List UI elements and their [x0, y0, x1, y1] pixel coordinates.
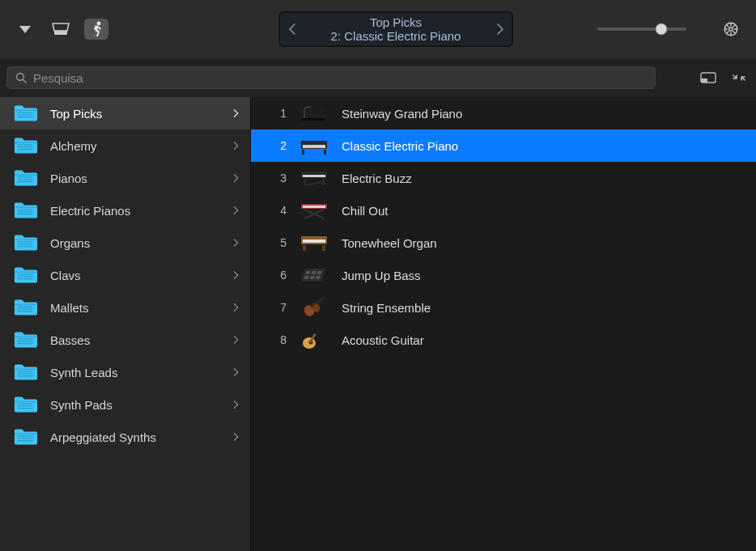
preset-label: Chill Out: [342, 204, 389, 218]
preset-index: 2: [251, 139, 287, 152]
preset-index: 8: [251, 333, 287, 346]
preset-index: 5: [251, 236, 287, 249]
sidebar-item-arpeggiated-synths[interactable]: Arpeggiated Synths: [0, 421, 250, 453]
preset-item-tonewheel-organ[interactable]: 5Tonewheel Organ: [251, 227, 756, 259]
running-figure-icon[interactable]: [84, 19, 108, 40]
svg-line-8: [727, 25, 728, 27]
sidebar-item-label: Alchemy: [50, 139, 221, 153]
search-row: [0, 58, 756, 97]
chevron-right-icon: [232, 303, 240, 312]
display-line-1: Top Picks: [304, 15, 488, 29]
slider-thumb[interactable]: [656, 23, 668, 36]
chevron-right-icon: [232, 109, 240, 117]
guitar-icon: [298, 328, 330, 351]
chevron-right-icon: [232, 174, 240, 182]
category-sidebar: Top PicksAlchemyPianosElectric PianosOrg…: [0, 97, 251, 551]
chevron-right-icon: [232, 239, 240, 247]
preset-list: 1Steinway Grand Piano2Classic Electric P…: [251, 97, 756, 551]
chevron-right-icon: [232, 401, 240, 409]
sidebar-item-basses[interactable]: Basses: [0, 324, 250, 356]
preset-item-acoustic-guitar[interactable]: 8Acoustic Guitar: [251, 324, 756, 356]
folder-icon: [13, 233, 39, 252]
preset-label: Jump Up Bass: [342, 269, 421, 282]
sidebar-item-label: Organs: [50, 236, 221, 250]
folder-icon: [13, 298, 39, 317]
folder-icon: [13, 265, 39, 285]
preset-label: Acoustic Guitar: [342, 333, 424, 347]
sidebar-item-mallets[interactable]: Mallets: [0, 291, 250, 324]
sidebar-item-electric-pianos[interactable]: Electric Pianos: [0, 194, 250, 227]
sidebar-item-top-picks[interactable]: Top Picks: [0, 97, 250, 129]
preset-label: String Ensemble: [342, 301, 431, 315]
search-field[interactable]: [6, 66, 656, 89]
display-line-2: 2: Classic Electric Piano: [304, 29, 488, 43]
folder-icon: [13, 168, 39, 188]
lcd-display: Top Picks 2: Classic Electric Piano: [278, 11, 513, 47]
preset-item-steinway-grand-piano[interactable]: 1Steinway Grand Piano: [251, 97, 756, 129]
svg-rect-0: [54, 31, 67, 35]
sidebar-item-label: Pianos: [50, 172, 221, 185]
preset-item-classic-electric-piano[interactable]: 2Classic Electric Piano: [251, 129, 756, 162]
electric-piano-icon: [298, 134, 330, 157]
sidebar-item-synth-leads[interactable]: Synth Leads: [0, 356, 250, 388]
chevron-right-icon: [232, 271, 240, 279]
svg-line-13: [23, 80, 27, 83]
inbox-icon[interactable]: [49, 19, 73, 40]
sidebar-item-label: Top Picks: [50, 107, 221, 121]
preset-item-string-ensemble[interactable]: 7String Ensemble: [251, 291, 756, 324]
sidebar-item-label: Synth Leads: [50, 366, 221, 379]
preset-item-electric-buzz[interactable]: 3Electric Buzz: [251, 162, 756, 194]
keyboard-stand-icon: [298, 199, 330, 222]
gear-icon[interactable]: [719, 19, 743, 40]
chevron-right-icon: [232, 336, 240, 344]
folder-icon: [13, 201, 39, 220]
strings-icon: [298, 296, 330, 319]
preset-item-chill-out[interactable]: 4Chill Out: [251, 194, 756, 227]
folder-icon: [13, 104, 39, 123]
sidebar-item-label: Basses: [50, 333, 221, 347]
folder-icon: [13, 362, 39, 382]
sidebar-item-label: Clavs: [50, 269, 221, 282]
sidebar-item-alchemy[interactable]: Alchemy: [0, 129, 250, 162]
layout-toggle-icon[interactable]: [698, 69, 719, 87]
toolbar-left-group: [13, 19, 108, 40]
preset-index: 3: [251, 172, 287, 184]
chevron-right-icon: [232, 142, 240, 150]
svg-line-10: [727, 32, 728, 33]
folder-icon: [13, 330, 39, 350]
preset-label: Classic Electric Piano: [342, 139, 458, 153]
preset-index: 6: [251, 269, 287, 282]
sidebar-item-label: Electric Pianos: [50, 204, 221, 218]
chevron-right-icon: [232, 433, 240, 441]
sidebar-item-synth-pads[interactable]: Synth Pads: [0, 388, 250, 421]
sidebar-item-clavs[interactable]: Clavs: [0, 259, 250, 291]
display-prev-button[interactable]: [279, 12, 304, 46]
search-input[interactable]: [33, 71, 647, 85]
preset-index: 4: [251, 204, 287, 217]
triangle-down-icon[interactable]: [13, 19, 37, 40]
display-next-button[interactable]: [488, 12, 512, 46]
preset-index: 7: [251, 301, 287, 314]
display-text[interactable]: Top Picks 2: Classic Electric Piano: [304, 15, 488, 44]
preset-index: 1: [251, 107, 287, 120]
grand-piano-icon: [298, 102, 330, 125]
preset-label: Electric Buzz: [342, 172, 412, 185]
svg-line-9: [733, 32, 735, 33]
chevron-right-icon: [232, 368, 240, 376]
preset-item-jump-up-bass[interactable]: 6Jump Up Bass: [251, 259, 756, 291]
folder-icon: [13, 395, 39, 414]
main-content: Top PicksAlchemyPianosElectric PianosOrg…: [0, 97, 756, 551]
collapse-arrows-icon[interactable]: [728, 69, 750, 87]
search-icon: [15, 72, 27, 83]
svg-rect-15: [701, 78, 707, 83]
toolbar: Top Picks 2: Classic Electric Piano: [0, 0, 756, 58]
sidebar-item-organs[interactable]: Organs: [0, 227, 250, 259]
sidebar-item-pianos[interactable]: Pianos: [0, 162, 250, 194]
svg-point-1: [97, 22, 101, 26]
svg-point-3: [729, 28, 733, 32]
sidebar-item-label: Mallets: [50, 301, 221, 315]
volume-slider[interactable]: [597, 28, 686, 31]
svg-line-11: [733, 25, 735, 27]
sidebar-item-label: Arpeggiated Synths: [50, 430, 221, 444]
synth-keys-icon: [298, 167, 330, 189]
